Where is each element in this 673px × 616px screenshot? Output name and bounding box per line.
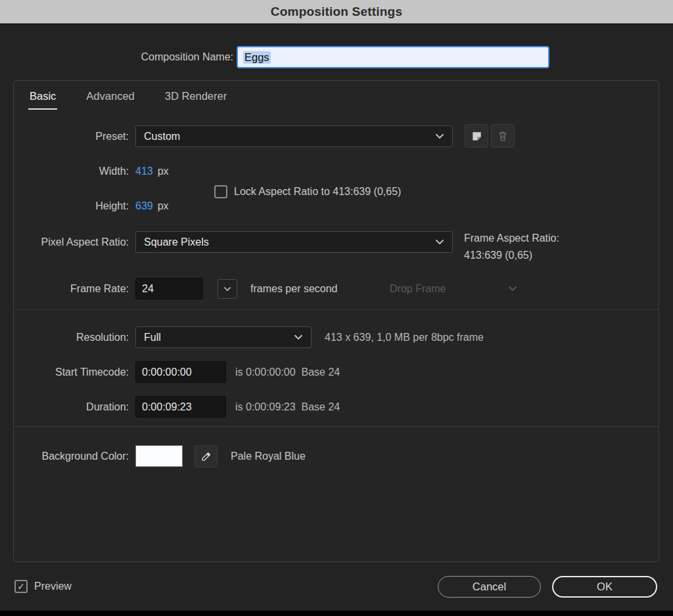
start-timecode-label: Start Timecode: [14, 361, 129, 383]
width-label: Width: [14, 163, 129, 180]
resolution-dropdown[interactable]: Full [135, 326, 312, 348]
background-color-swatch[interactable] [135, 445, 183, 467]
background-color-name: Pale Royal Blue [231, 445, 306, 467]
frames-per-second-label: frames per second [250, 278, 338, 299]
resolution-info: 413 x 639, 1,0 MB per 8bpc frame [325, 326, 484, 348]
start-timecode-input[interactable] [135, 361, 226, 383]
height-value-row: 639 px [135, 198, 169, 215]
drop-frame-dropdown: Drop Frame [382, 278, 525, 299]
tab-advanced[interactable]: Advanced [85, 90, 135, 110]
eyedropper-button[interactable] [195, 445, 218, 468]
preset-dropdown[interactable]: Custom [135, 125, 453, 147]
composition-settings-dialog: Composition Settings Composition Name: E… [0, 0, 673, 616]
title-bar[interactable]: Composition Settings [0, 0, 673, 24]
height-value[interactable]: 639 [135, 198, 153, 215]
save-preset-button[interactable] [465, 124, 488, 148]
eyedropper-icon [200, 451, 212, 462]
width-unit: px [158, 163, 169, 180]
duration-info: is 0:00:09:23 Base 24 [235, 396, 340, 418]
start-timecode-info: is 0:00:00:00 Base 24 [235, 361, 340, 383]
chevron-down-icon [508, 286, 517, 292]
preview-checkbox[interactable]: ✓ [14, 580, 28, 593]
lock-aspect-checkbox[interactable] [214, 185, 227, 198]
pixel-aspect-dropdown[interactable]: Square Pixels [135, 231, 453, 253]
background-color-label: Background Color: [14, 445, 129, 467]
duration-label: Duration: [14, 396, 129, 418]
divider [14, 426, 659, 427]
frame-aspect-ratio-value: 413:639 (0,65) [464, 247, 532, 264]
tab-bar: Basic Advanced 3D Renderer [28, 90, 228, 110]
dialog-title: Composition Settings [271, 5, 402, 19]
chevron-down-icon [435, 239, 444, 245]
preset-value: Custom [144, 131, 180, 143]
lock-aspect-row: Lock Aspect Ratio to 413:639 (0,65) [214, 185, 401, 198]
preview-row: ✓ Preview [14, 580, 72, 593]
frame-rate-label: Frame Rate: [14, 278, 129, 299]
tab-basic[interactable]: Basic [28, 90, 57, 110]
frame-aspect-ratio-label: Frame Aspect Ratio: [464, 230, 559, 247]
pixel-aspect-label: Pixel Aspect Ratio: [14, 231, 129, 253]
composition-name-value: Eggs [243, 51, 271, 64]
resolution-value: Full [144, 332, 161, 343]
height-unit: px [158, 198, 169, 215]
width-value-row: 413 px [135, 163, 169, 180]
drop-frame-value: Drop Frame [390, 283, 446, 295]
settings-panel: Basic Advanced 3D Renderer Preset: Custo… [13, 80, 659, 562]
preview-label: Preview [34, 581, 72, 592]
width-value[interactable]: 413 [135, 163, 153, 180]
delete-preset-button[interactable] [491, 124, 515, 148]
divider [14, 309, 659, 310]
ok-button[interactable]: OK [552, 576, 657, 598]
trash-icon [497, 130, 509, 142]
resolution-label: Resolution: [14, 326, 129, 348]
lock-aspect-label: Lock Aspect Ratio to 413:639 (0,65) [234, 186, 401, 198]
save-preset-icon [471, 130, 483, 143]
chevron-down-icon [435, 133, 444, 139]
tab-3d-renderer[interactable]: 3D Renderer [164, 90, 228, 110]
frame-rate-dropdown-button[interactable] [218, 279, 237, 299]
composition-name-input[interactable]: Eggs [237, 46, 549, 68]
duration-input[interactable] [135, 396, 226, 418]
chevron-down-icon [223, 286, 231, 292]
dialog-body: Composition Name: Eggs Basic Advanced 3D… [0, 24, 673, 611]
composition-name-label: Composition Name: [66, 46, 233, 68]
frame-rate-input[interactable] [135, 278, 203, 299]
cancel-button[interactable]: Cancel [438, 576, 541, 598]
chevron-down-icon [294, 334, 303, 340]
pixel-aspect-value: Square Pixels [144, 236, 209, 248]
preset-label: Preset: [14, 125, 129, 147]
height-label: Height: [14, 198, 129, 215]
